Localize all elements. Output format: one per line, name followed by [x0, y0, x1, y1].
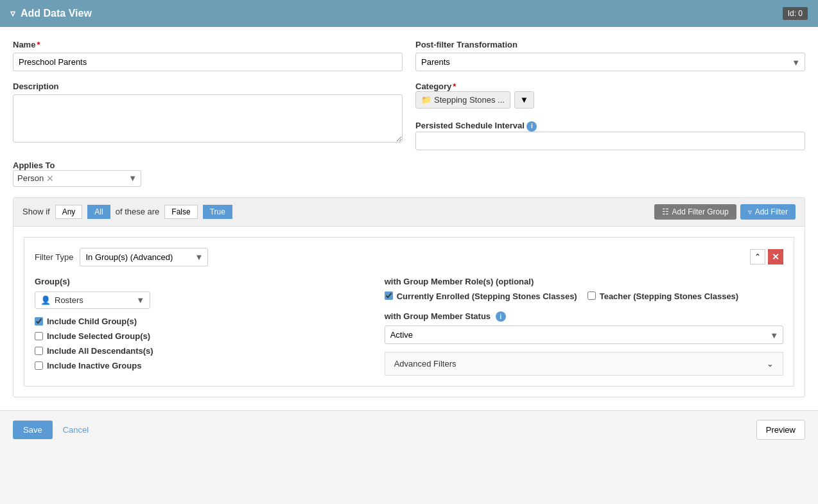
- right-col-group: Category* 📁 Stepping Stones ... ▼ Persis…: [415, 82, 805, 150]
- remove-filter-btn[interactable]: ✕: [768, 249, 783, 265]
- description-group: Description: [13, 82, 403, 150]
- add-filter-group-button[interactable]: ☷ Add Filter Group: [654, 204, 736, 220]
- post-filter-select[interactable]: Parents: [415, 53, 805, 71]
- all-toggle-btn[interactable]: All: [87, 205, 110, 219]
- filter-two-col: Group(s) 👤 Rosters ▼ Include Child Group…: [35, 277, 783, 376]
- role-enrolled-label: Currently Enrolled (Stepping Stones Clas…: [397, 291, 577, 301]
- include-all-desc-label: Include All Descendants(s): [47, 346, 153, 356]
- cancel-button[interactable]: Cancel: [58, 421, 94, 439]
- advanced-filters-chevron-icon: ⌄: [767, 359, 774, 369]
- group-arrow-icon: ▼: [136, 295, 144, 305]
- filter-action-btns: ☷ Add Filter Group ▿ Add Filter: [654, 204, 796, 220]
- show-if-label: Show if: [22, 207, 50, 216]
- collapse-up-btn[interactable]: ⌃: [750, 249, 765, 265]
- name-input[interactable]: [13, 53, 403, 71]
- filter-type-label: Filter Type: [35, 252, 73, 262]
- group-people-icon: 👤: [40, 295, 51, 305]
- persisted-info-icon[interactable]: i: [526, 121, 537, 132]
- filter-type-select[interactable]: In Group(s) (Advanced): [80, 248, 208, 266]
- filter-section: Show if Any All of these are False True …: [13, 197, 805, 398]
- page-id-badge: Id: 0: [783, 7, 808, 20]
- add-filter-button[interactable]: ▿ Add Filter: [740, 204, 796, 220]
- applies-to-tag-value: Person: [17, 173, 44, 183]
- filter-type-row: Filter Type In Group(s) (Advanced) ▼ ⌃ ✕: [35, 248, 783, 266]
- persisted-label: Persisted Schedule Interval i: [415, 121, 537, 130]
- folder-icon: 📁: [421, 95, 431, 105]
- applies-to-label: Applies To: [13, 161, 55, 170]
- include-inactive-checkbox[interactable]: [35, 361, 43, 370]
- page-title: Add Data View: [21, 8, 92, 19]
- filter-type-controls: Filter Type In Group(s) (Advanced) ▼: [35, 248, 208, 266]
- description-label: Description: [13, 82, 403, 91]
- category-group: Category* 📁 Stepping Stones ... ▼: [415, 82, 805, 109]
- persisted-group: Persisted Schedule Interval i: [415, 121, 805, 150]
- preview-button[interactable]: Preview: [756, 420, 805, 440]
- of-these-are-label: of these are: [116, 207, 160, 216]
- include-all-desc-checkbox[interactable]: [35, 347, 43, 355]
- filter-collapse-btns: ⌃ ✕: [750, 249, 783, 265]
- group-selector[interactable]: 👤 Rosters ▼: [35, 291, 150, 309]
- role-enrolled-item: Currently Enrolled (Stepping Stones Clas…: [385, 291, 577, 301]
- groups-label: Group(s): [35, 277, 372, 286]
- form-row-1: Name* Post-filter Transformation Parents…: [13, 40, 805, 71]
- main-content: Name* Post-filter Transformation Parents…: [0, 27, 818, 410]
- applies-to-section: Applies To Person ✕ ▼: [13, 161, 805, 187]
- add-filter-icon: ▿: [748, 207, 752, 216]
- include-selected-label: Include Selected Group(s): [47, 331, 150, 341]
- status-label: with Group Member Status i: [385, 311, 506, 321]
- page-header: ▿ Add Data View Id: 0: [0, 0, 818, 27]
- status-select[interactable]: Active: [385, 326, 783, 344]
- role-teacher-label: Teacher (Stepping Stones Classes): [600, 291, 739, 301]
- footer-left: Save Cancel: [13, 421, 94, 439]
- applies-to-remove-icon[interactable]: ✕: [46, 173, 54, 184]
- include-selected-checkbox[interactable]: [35, 332, 43, 340]
- applies-to-arrow-icon: ▼: [128, 173, 137, 183]
- description-textarea[interactable]: [13, 94, 403, 143]
- role-teacher-checkbox[interactable]: [587, 291, 596, 300]
- filter-icon: ▿: [10, 8, 15, 19]
- footer-bar: Save Cancel Preview: [0, 410, 818, 449]
- applies-to-tag: Person ✕: [17, 173, 54, 184]
- filter-group-icon: ☷: [662, 207, 669, 216]
- status-info-icon[interactable]: i: [496, 311, 506, 322]
- filter-inner: Filter Type In Group(s) (Advanced) ▼ ⌃ ✕: [24, 237, 794, 387]
- group-value: Rosters: [55, 295, 83, 305]
- page-title-area: ▿ Add Data View: [10, 8, 92, 19]
- filter-right-col: with Group Member Role(s) (optional) Cur…: [385, 277, 783, 376]
- filter-header: Show if Any All of these are False True …: [13, 198, 805, 227]
- show-if-controls: Show if Any All of these are False True: [22, 205, 232, 219]
- true-toggle-btn[interactable]: True: [203, 205, 232, 219]
- include-child-item: Include Child Group(s): [35, 317, 372, 326]
- persisted-input[interactable]: [415, 132, 805, 150]
- filter-left-col: Group(s) 👤 Rosters ▼ Include Child Group…: [35, 277, 372, 376]
- applies-to-input[interactable]: Person ✕ ▼: [13, 170, 141, 187]
- role-teacher-item: Teacher (Stepping Stones Classes): [587, 291, 739, 301]
- role-checkboxes: Currently Enrolled (Stepping Stones Clas…: [385, 291, 783, 301]
- include-inactive-label: Include Inactive Groups: [47, 361, 141, 370]
- include-child-checkbox[interactable]: [35, 317, 43, 326]
- post-filter-group: Post-filter Transformation Parents ▼: [415, 40, 805, 71]
- advanced-filters-label: Advanced Filters: [394, 359, 457, 369]
- include-all-desc-item: Include All Descendants(s): [35, 346, 372, 356]
- form-row-2: Description Category* 📁 Stepping Stones …: [13, 82, 805, 150]
- include-child-label: Include Child Group(s): [47, 317, 137, 326]
- filter-type-select-wrapper: In Group(s) (Advanced) ▼: [80, 248, 208, 266]
- category-wrapper: 📁 Stepping Stones ... ▼: [415, 91, 805, 109]
- status-select-wrapper: Active ▼: [385, 326, 783, 344]
- name-group: Name*: [13, 40, 403, 71]
- category-folder-btn[interactable]: 📁 Stepping Stones ...: [415, 91, 510, 109]
- filter-body: Filter Type In Group(s) (Advanced) ▼ ⌃ ✕: [13, 227, 805, 397]
- checkbox-group: Include Child Group(s) Include Selected …: [35, 317, 372, 370]
- category-dropdown-btn[interactable]: ▼: [514, 91, 534, 109]
- false-toggle-btn[interactable]: False: [164, 205, 197, 219]
- category-label: Category*: [415, 82, 456, 91]
- any-toggle-btn[interactable]: Any: [55, 205, 83, 219]
- status-group: with Group Member Status i Active ▼: [385, 311, 783, 345]
- role-label: with Group Member Role(s) (optional): [385, 277, 783, 286]
- include-inactive-item: Include Inactive Groups: [35, 361, 372, 370]
- advanced-filters-bar[interactable]: Advanced Filters ⌄: [385, 352, 783, 376]
- category-value: Stepping Stones ...: [434, 95, 505, 105]
- save-button[interactable]: Save: [13, 421, 53, 439]
- post-filter-select-wrapper: Parents ▼: [415, 53, 805, 71]
- role-enrolled-checkbox[interactable]: [385, 291, 393, 300]
